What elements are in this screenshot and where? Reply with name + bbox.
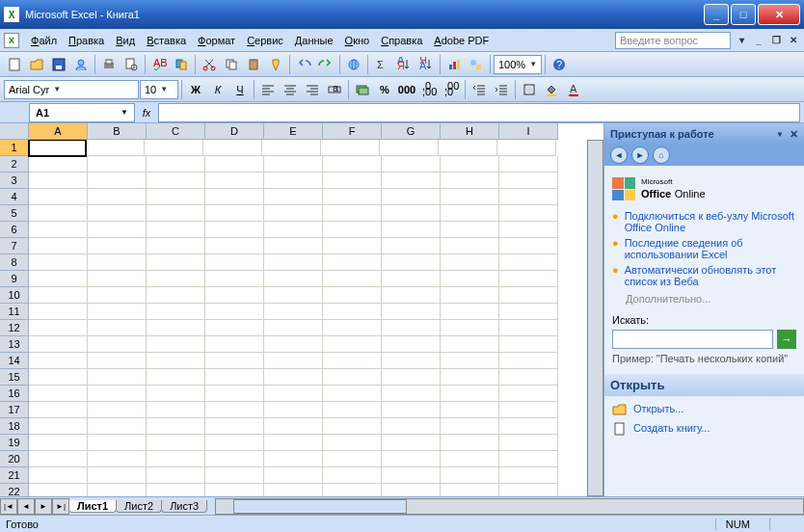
cell-D8[interactable] [205,254,264,271]
cell-I9[interactable] [499,271,558,287]
doc-minimize-button[interactable]: _ [752,34,765,47]
formula-input[interactable] [158,103,800,122]
cell-C22[interactable] [147,484,205,496]
cell-C21[interactable] [147,467,205,484]
cell-G17[interactable] [382,402,441,418]
cell-G15[interactable] [382,369,441,386]
cell-E20[interactable] [264,451,323,467]
row-header-16[interactable]: 16 [0,386,29,402]
sheet-tab-Лист3[interactable]: Лист3 [161,500,207,513]
cell-E7[interactable] [264,238,323,254]
cell-H4[interactable] [441,189,499,205]
cell-G22[interactable] [382,484,441,496]
undo-icon[interactable] [293,54,314,75]
cell-H7[interactable] [441,238,499,254]
cell-E4[interactable] [264,189,323,205]
cell-G5[interactable] [382,205,441,222]
cell-H1[interactable] [439,140,497,156]
cell-A21[interactable] [29,467,88,484]
cell-A8[interactable] [29,254,88,271]
cell-D5[interactable] [205,205,264,222]
cell-B19[interactable] [88,435,147,451]
cell-H5[interactable] [441,205,499,222]
cell-I22[interactable] [499,484,558,496]
merge-center-icon[interactable]: a [324,79,345,100]
cell-F16[interactable] [323,386,382,402]
cell-B4[interactable] [88,189,147,205]
cell-G9[interactable] [382,271,441,287]
cell-F10[interactable] [323,287,382,304]
cell-D2[interactable] [205,156,264,173]
cell-A3[interactable] [29,173,88,189]
menu-вставка[interactable]: Вставка [141,33,192,48]
row-header-12[interactable]: 12 [0,320,29,336]
cell-I19[interactable] [499,435,558,451]
permission-icon[interactable] [70,54,92,75]
cell-G4[interactable] [382,189,441,205]
bold-button[interactable]: Ж [185,79,206,100]
cell-E10[interactable] [264,287,323,304]
cell-F6[interactable] [323,222,382,238]
taskpane-link-1[interactable]: ●Последние сведения об использовании Exc… [612,237,796,260]
cell-D10[interactable] [205,287,264,304]
cell-B16[interactable] [88,386,147,402]
drawing-icon[interactable] [466,54,487,75]
cell-C6[interactable] [147,222,205,238]
taskpane-close-icon[interactable]: ✕ [790,128,798,141]
home-icon[interactable]: ⌂ [653,146,670,164]
cell-I8[interactable] [499,254,558,271]
cell-C20[interactable] [147,451,205,467]
cell-A16[interactable] [29,386,88,402]
decrease-indent-icon[interactable] [469,79,490,100]
sort-desc-icon[interactable]: ЯА [415,54,437,75]
cell-C5[interactable] [147,205,205,222]
cell-C16[interactable] [147,386,205,402]
cell-E1[interactable] [262,140,321,156]
open-file-link[interactable]: Открыть... [612,402,796,415]
row-header-22[interactable]: 22 [0,484,29,496]
excel-doc-icon[interactable]: X [4,33,19,48]
row-header-17[interactable]: 17 [0,402,29,418]
cell-E18[interactable] [264,418,323,435]
cell-G2[interactable] [382,156,441,173]
cell-A11[interactable] [29,304,88,320]
cell-A14[interactable] [29,353,88,369]
back-icon[interactable]: ◄ [610,146,628,164]
sheet-tab-Лист1[interactable]: Лист1 [68,500,117,513]
cell-D3[interactable] [205,173,264,189]
row-header-13[interactable]: 13 [0,336,29,353]
align-left-icon[interactable] [257,79,279,100]
cell-G6[interactable] [382,222,441,238]
cell-D1[interactable] [203,140,262,156]
save-icon[interactable] [48,54,69,75]
cell-B17[interactable] [88,402,147,418]
search-go-button[interactable]: → [777,330,796,349]
cell-G3[interactable] [382,173,441,189]
row-header-18[interactable]: 18 [0,418,29,435]
row-header-4[interactable]: 4 [0,189,29,205]
prev-sheet-button[interactable]: ◄ [17,498,35,515]
cell-D7[interactable] [205,238,264,254]
cell-H3[interactable] [441,173,499,189]
cell-E5[interactable] [264,205,323,222]
last-sheet-button[interactable]: ►| [52,498,69,515]
cell-A15[interactable] [29,369,88,386]
borders-icon[interactable] [519,79,540,100]
col-header-B[interactable]: B [88,123,147,140]
cell-H22[interactable] [441,484,499,496]
sort-asc-icon[interactable]: АЯ [393,54,415,75]
minimize-button[interactable]: _ [704,4,729,25]
cell-G8[interactable] [382,254,441,271]
cell-A13[interactable] [29,336,88,353]
row-header-10[interactable]: 10 [0,287,29,304]
cell-I7[interactable] [499,238,558,254]
cell-E8[interactable] [264,254,323,271]
menu-сервис[interactable]: Сервис [241,33,289,48]
cell-F2[interactable] [323,156,382,173]
cell-F12[interactable] [323,320,382,336]
col-header-I[interactable]: I [499,123,558,140]
research-icon[interactable] [171,54,192,75]
font-color-icon[interactable]: A [563,79,584,100]
redo-icon[interactable] [315,54,336,75]
cell-G7[interactable] [382,238,441,254]
